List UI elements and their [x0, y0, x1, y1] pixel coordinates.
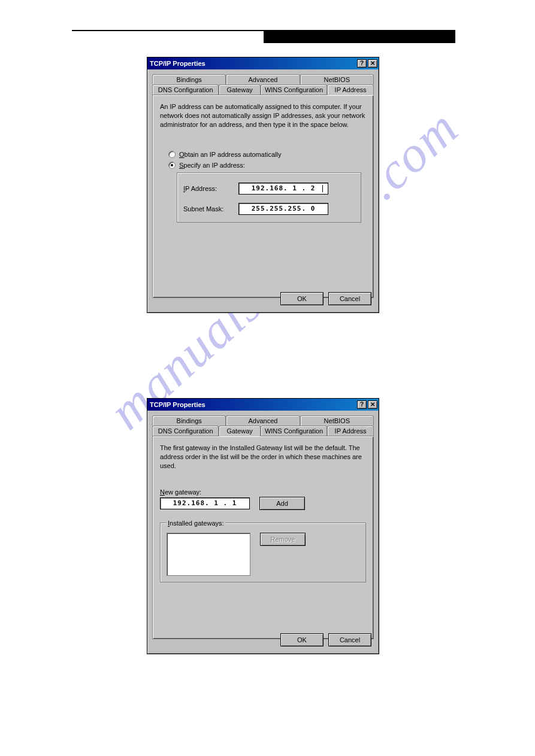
installed-gateways-listbox[interactable]: [167, 533, 250, 576]
subnet-mask-label: Subnet Mask:: [183, 205, 232, 212]
ok-button[interactable]: OK: [280, 633, 324, 646]
tab-wins-configuration[interactable]: WINS Configuration: [261, 84, 327, 95]
header-black-bar: [264, 30, 455, 43]
tab-advanced[interactable]: Advanced: [226, 415, 300, 426]
tab-bindings[interactable]: Bindings: [152, 415, 226, 426]
close-button[interactable]: ✕: [368, 59, 377, 68]
help-button[interactable]: ?: [357, 400, 367, 409]
tcpip-properties-gateway-dialog: TCP/IP Properties ? ✕ Bindings Advanced …: [147, 398, 379, 654]
tab-dns-configuration[interactable]: DNS Configuration: [152, 426, 219, 436]
radio-specify-label: Specify an IP address:: [179, 162, 245, 169]
radio-obtain-auto[interactable]: Obtain an IP address automatically: [168, 151, 366, 158]
ip-description-text: An IP address can be automatically assig…: [160, 102, 366, 129]
ok-button[interactable]: OK: [280, 292, 324, 305]
tab-ip-address[interactable]: IP Address: [327, 84, 374, 95]
tab-netbios[interactable]: NetBIOS: [300, 74, 374, 84]
help-button[interactable]: ?: [357, 59, 367, 68]
radio-specify[interactable]: Specify an IP address:: [168, 162, 366, 169]
remove-button[interactable]: Remove: [260, 533, 306, 546]
titlebar[interactable]: TCP/IP Properties ? ✕: [147, 399, 379, 411]
dialog-title: TCP/IP Properties: [150, 60, 205, 67]
add-button[interactable]: Add: [259, 497, 305, 510]
cancel-button[interactable]: Cancel: [328, 633, 371, 646]
tab-advanced[interactable]: Advanced: [226, 74, 300, 84]
cancel-button[interactable]: Cancel: [328, 292, 371, 305]
tab-bindings[interactable]: Bindings: [152, 74, 226, 84]
tab-wins-configuration[interactable]: WINS Configuration: [261, 426, 327, 436]
radio-icon: [168, 162, 176, 169]
installed-gateways-label: Installed gateways:: [167, 520, 225, 527]
new-gateway-input[interactable]: 192.168. 1 . 1: [160, 497, 250, 509]
tab-gateway[interactable]: Gateway: [219, 426, 260, 436]
ip-address-input[interactable]: 192.168. 1 . 2: [238, 183, 328, 195]
installed-gateways-group: Installed gateways: Remove: [160, 520, 366, 582]
tab-content-gateway: The first gateway in the Installed Gatew…: [152, 436, 374, 639]
radio-obtain-label: Obtain an IP address automatically: [179, 151, 281, 158]
tab-gateway[interactable]: Gateway: [219, 84, 260, 95]
subnet-mask-input[interactable]: 255.255.255. 0: [238, 203, 328, 215]
tab-content-ip-address: An IP address can be automatically assig…: [152, 95, 374, 298]
tab-netbios[interactable]: NetBIOS: [300, 415, 374, 426]
dialog-title: TCP/IP Properties: [150, 401, 205, 408]
tab-dns-configuration[interactable]: DNS Configuration: [152, 84, 219, 95]
titlebar[interactable]: TCP/IP Properties ? ✕: [147, 57, 379, 69]
ip-address-label: IP Address:: [183, 185, 232, 192]
radio-icon: [168, 151, 176, 158]
gateway-description-text: The first gateway in the Installed Gatew…: [160, 444, 366, 470]
close-button[interactable]: ✕: [368, 400, 377, 409]
ip-fields-group: IP Address: 192.168. 1 . 2 Subnet Mask: …: [177, 172, 361, 223]
tcpip-properties-ipaddress-dialog: TCP/IP Properties ? ✕ Bindings Advanced …: [147, 57, 379, 313]
tab-ip-address[interactable]: IP Address: [327, 426, 374, 436]
new-gateway-label: New gateway:: [160, 488, 366, 496]
